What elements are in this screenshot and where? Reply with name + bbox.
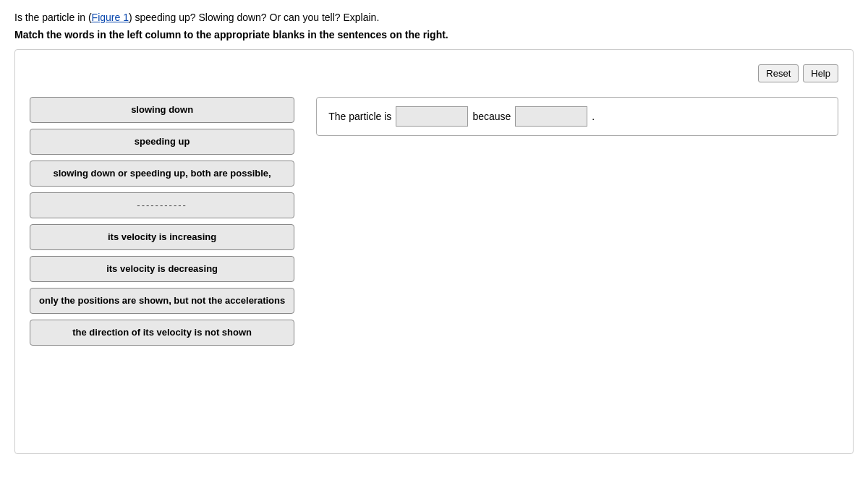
- question-text: Is the particle in (Figure 1) speeding u…: [14, 12, 854, 23]
- blank-box-1[interactable]: [396, 106, 468, 127]
- sentence-period: .: [592, 111, 595, 122]
- drag-item-direction-not-shown[interactable]: the direction of its velocity is not sho…: [30, 320, 294, 346]
- sentence-prefix: The particle is: [328, 111, 391, 122]
- main-container: Reset Help slowing down speeding up slow…: [14, 49, 854, 454]
- right-column: The particle is because .: [316, 97, 838, 136]
- top-buttons: Reset Help: [30, 64, 838, 82]
- figure-link[interactable]: Figure 1: [92, 12, 129, 23]
- left-column: slowing down speeding up slowing down or…: [30, 97, 294, 346]
- instruction-text: Match the words in the left column to th…: [14, 29, 854, 40]
- blank-box-2[interactable]: [515, 106, 587, 127]
- drag-item-slowing-or-speeding[interactable]: slowing down or speeding up, both are po…: [30, 161, 294, 187]
- drag-item-slowing-down[interactable]: slowing down: [30, 97, 294, 123]
- drag-item-velocity-decreasing[interactable]: its velocity is decreasing: [30, 256, 294, 282]
- sentence-row: The particle is because .: [316, 97, 838, 136]
- drag-item-speeding-up[interactable]: speeding up: [30, 129, 294, 155]
- reset-button[interactable]: Reset: [758, 64, 799, 82]
- drag-item-velocity-increasing[interactable]: its velocity is increasing: [30, 224, 294, 250]
- sentence-connector: because: [472, 111, 511, 122]
- help-button[interactable]: Help: [803, 64, 838, 82]
- drag-item-separator[interactable]: -----------: [30, 192, 294, 218]
- question-suffix: ) speeding up? Slowing down? Or can you …: [129, 12, 379, 23]
- content-area: slowing down speeding up slowing down or…: [30, 97, 838, 346]
- drag-item-positions-shown[interactable]: only the positions are shown, but not th…: [30, 288, 294, 314]
- question-prefix: Is the particle in (: [14, 12, 92, 23]
